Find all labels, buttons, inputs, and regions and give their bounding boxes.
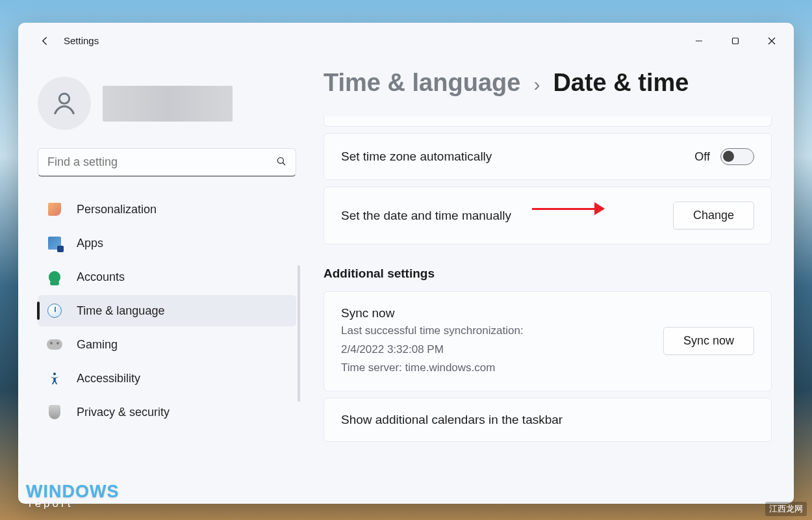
main-panel: Time & language › Date & time Set time z… bbox=[311, 58, 794, 504]
sidebar-item-label: Privacy & security bbox=[77, 406, 170, 419]
card-previous-clipped bbox=[324, 116, 772, 127]
card-timezone-auto: Set time zone automatically Off bbox=[324, 133, 772, 180]
sidebar-item-label: Apps bbox=[77, 237, 103, 250]
sidebar: Personalization Apps Accounts Time & lan… bbox=[18, 58, 311, 504]
svg-point-7 bbox=[53, 372, 56, 375]
toggle-state-text: Off bbox=[694, 150, 710, 164]
sync-server: Time server: time.windows.com bbox=[341, 360, 524, 376]
sidebar-item-label: Gaming bbox=[77, 338, 118, 352]
account-name-redacted bbox=[103, 86, 233, 122]
sidebar-item-privacy[interactable]: Privacy & security bbox=[38, 396, 296, 428]
back-icon[interactable] bbox=[39, 34, 52, 47]
sidebar-item-label: Time & language bbox=[77, 304, 164, 318]
avatar bbox=[38, 77, 91, 130]
sync-title: Sync now bbox=[341, 306, 524, 320]
sync-now-button[interactable]: Sync now bbox=[663, 327, 754, 355]
svg-point-4 bbox=[59, 94, 69, 103]
manual-datetime-label: Set the date and time manually bbox=[341, 209, 511, 223]
sidebar-item-label: Personalization bbox=[77, 203, 157, 216]
timezone-auto-toggle[interactable] bbox=[720, 148, 754, 165]
sidebar-item-personalization[interactable]: Personalization bbox=[38, 194, 296, 225]
card-manual-datetime: Set the date and time manually Change bbox=[324, 187, 772, 244]
additional-settings-heading: Additional settings bbox=[324, 266, 772, 281]
minimize-button[interactable] bbox=[681, 28, 717, 54]
sidebar-item-gaming[interactable]: Gaming bbox=[38, 329, 296, 360]
app-title: Settings bbox=[64, 35, 99, 46]
change-button[interactable]: Change bbox=[673, 202, 754, 229]
maximize-button[interactable] bbox=[717, 28, 754, 54]
svg-rect-1 bbox=[733, 38, 739, 44]
chevron-right-icon: › bbox=[533, 73, 540, 96]
breadcrumb: Time & language › Date & time bbox=[324, 69, 772, 97]
privacy-icon bbox=[47, 404, 62, 420]
sidebar-item-accessibility[interactable]: Accessibility bbox=[38, 363, 296, 394]
nav-list: Personalization Apps Accounts Time & lan… bbox=[38, 194, 296, 428]
watermark-brand: WINDOWS report bbox=[26, 484, 119, 508]
sync-last-label: Last successful time synchronization: bbox=[341, 323, 524, 339]
breadcrumb-current: Date & time bbox=[553, 69, 689, 97]
sidebar-item-label: Accessibility bbox=[77, 372, 140, 385]
sync-last-value: 2/4/2022 3:32:08 PM bbox=[341, 342, 524, 358]
sidebar-item-apps[interactable]: Apps bbox=[38, 228, 296, 259]
watermark-corner: 江西龙网 bbox=[765, 502, 807, 516]
additional-calendars-label: Show additional calendars in the taskbar bbox=[341, 413, 563, 427]
time-language-icon bbox=[47, 303, 62, 318]
card-sync-now: Sync now Last successful time synchroniz… bbox=[324, 291, 772, 391]
sidebar-scrollbar[interactable] bbox=[298, 265, 300, 402]
accounts-icon bbox=[47, 269, 62, 285]
close-button[interactable] bbox=[754, 28, 790, 54]
personalization-icon bbox=[47, 202, 62, 217]
search-input[interactable] bbox=[38, 148, 296, 177]
sidebar-item-accounts[interactable]: Accounts bbox=[38, 261, 296, 292]
sidebar-item-label: Accounts bbox=[77, 270, 125, 284]
sidebar-item-time-language[interactable]: Time & language bbox=[38, 295, 296, 326]
titlebar: Settings bbox=[18, 23, 794, 58]
breadcrumb-parent[interactable]: Time & language bbox=[324, 69, 520, 97]
search-icon bbox=[275, 155, 287, 170]
accessibility-icon bbox=[47, 370, 62, 386]
gaming-icon bbox=[47, 337, 62, 352]
svg-point-5 bbox=[277, 157, 283, 163]
search-field[interactable] bbox=[38, 148, 296, 177]
svg-line-6 bbox=[283, 162, 285, 165]
settings-window: Settings bbox=[18, 23, 794, 504]
card-additional-calendars[interactable]: Show additional calendars in the taskbar bbox=[324, 398, 772, 442]
timezone-auto-label: Set time zone automatically bbox=[341, 150, 492, 164]
account-header[interactable] bbox=[38, 77, 296, 130]
toggle-knob bbox=[723, 151, 734, 162]
apps-icon bbox=[47, 235, 62, 251]
